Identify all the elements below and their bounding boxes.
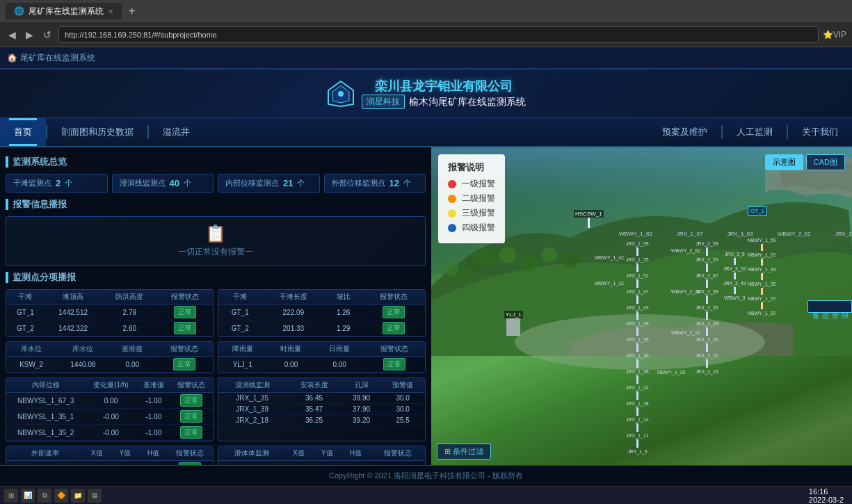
th-db2-col2: 干滩长度 (262, 290, 325, 304)
nav-item-home[interactable]: 首页 (0, 118, 46, 146)
tab-close-btn[interactable]: ✕ (108, 8, 113, 15)
svg-point-11 (458, 268, 474, 284)
legend-dot-1 (448, 180, 456, 188)
th-db2-col3: 坡比 (325, 290, 362, 304)
header-logo: 栾川县龙宇钼业有限公司 润星科技 榆木沟尾矿库在线监测系统 (362, 78, 526, 109)
taskbar-icon-4[interactable]: 📁 (71, 489, 85, 503)
new-tab-button[interactable]: + (124, 5, 139, 17)
section-bar-2 (6, 199, 8, 210)
legend-label-3: 三级报警 (462, 207, 495, 219)
status-badge: 正常 (383, 358, 405, 371)
table-row: NBWYSL_1_35_2 -0.00 -1.00 正常 (6, 425, 213, 441)
date-display: 2022-03-2 (809, 496, 844, 504)
sensor-wbwy1: WBWY_1_42 WBWY_1_22 (595, 255, 624, 286)
card-value-2: 40 (170, 178, 179, 188)
vip-badge: ⭐VIP (823, 30, 846, 40)
map-btn-group: 示意图 CAD图 (765, 154, 845, 170)
sensor-col-jrx1: JRX_1_59 JRX_1_55 JRX_1_52 JRX_1_47 JRX_… (626, 241, 649, 454)
svg-point-12 (445, 262, 459, 276)
alert-panel: 📋 一切正常没有报警一 (6, 216, 426, 266)
home-icon[interactable]: 🏠 (7, 53, 17, 63)
svg-point-9 (542, 247, 557, 263)
th-db1-col1: 干滩 (6, 290, 45, 304)
sensor-wbwy2: WBWY_2_62 WBWY_2_42 WBWY_2_22 (671, 248, 700, 335)
float-sale-btn[interactable]: 售后管理 (807, 300, 852, 313)
table-row: GT_1 222.09 1.26 正常 (218, 304, 425, 320)
legend-item-4: 四级报警 (448, 222, 495, 234)
forward-button[interactable]: ▶ (23, 28, 36, 42)
cad-btn[interactable]: CAD图 (806, 154, 845, 170)
monitor-overview-cards: 干滩监测点 2 个 浸润线监测点 40 个 内部位移监测点 21 个 外部位移监… (6, 174, 426, 193)
monitor-card-seepage: 浸润线监测点 40 个 (112, 174, 214, 193)
view-btn[interactable]: 示意图 (765, 154, 803, 170)
data-section-header: 监测点分项播报 (6, 271, 426, 284)
sensor-nbwy120: NBWY_1_20 (657, 370, 685, 375)
nav-item-plan[interactable]: 预案及维护 (648, 118, 721, 146)
status-badge: 正常 (383, 306, 405, 318)
left-panel: 监测系统总览 干滩监测点 2 个 浸润线监测点 40 个 内部位移监测点 21 … (0, 147, 431, 465)
svg-point-10 (561, 250, 579, 268)
tab-label: 尾矿库在线监测系统 (29, 6, 104, 17)
taskbar-icon-5[interactable]: 🖥 (88, 489, 102, 503)
active-tab[interactable]: 🌐 尾矿库在线监测系统 ✕ (6, 3, 122, 19)
db1-r2-c3: 2.60 (102, 320, 157, 336)
tab-bar: 🌐 尾矿库在线监测系统 ✕ + (0, 0, 852, 22)
nav-item-about[interactable]: 关于我们 (788, 118, 852, 146)
url-input[interactable] (58, 26, 819, 43)
data-row-3: 内部位移 变化量(1/h) 基准值 报警状态 NBWYSL_1_67_3 0.0… (6, 377, 426, 441)
nav-item-manual[interactable]: 人工监测 (723, 118, 787, 146)
status-badge: 正常 (174, 322, 196, 334)
db1-r2-status: 正常 (157, 320, 213, 336)
taskbar-icon-3[interactable]: 🔶 (54, 489, 68, 503)
legend-label-1: 一级报警 (462, 178, 495, 190)
table-row: KSW_2 1440.08 0.00 正常 (6, 357, 213, 373)
card-unit-2: 个 (184, 178, 191, 188)
sensor-col-jrx2: JRX_2_59 JRX_2_55 JRX_2_47 JRX_2_39 JRX_… (696, 241, 718, 374)
nav-item-profile[interactable]: 剖面图和历史数据 (47, 118, 147, 146)
dry-beach-table: 干滩 滩顶高 防洪高度 报警状态 GT_1 1442.512 2.79 (6, 289, 214, 337)
card-label-2: 浸润线监测点 (120, 178, 166, 188)
no-alert-text: 一切正常没有报警一 (178, 246, 253, 258)
svg-point-7 (466, 259, 480, 273)
map-background: 报警说明 一级报警 二级报警 三级报警 (431, 147, 852, 465)
section-bar-3 (6, 272, 8, 283)
card-unit-3: 个 (297, 178, 305, 188)
footer-bar: CopyRight © 2021 洛阳润星电子科技有限公司 - 版权所有 (0, 465, 852, 486)
external-table: 外部速率 X值 Y值 H值 报警状态 WBWYSL_1_42 0.00 (6, 446, 214, 465)
status-badge: 正常 (180, 394, 202, 407)
alert-title: 报警信息播报 (13, 198, 67, 211)
filter-bar-btn[interactable]: ⊞ 条件过滤 (437, 444, 491, 460)
taskbar-icon-2[interactable]: ⚙ (38, 489, 51, 503)
monitor-overview-header: 监测系统总览 (6, 156, 426, 168)
nav-item-overflow[interactable]: 溢流井 (149, 118, 204, 146)
db1-r2-c1: GT_2 (6, 320, 45, 336)
legend-title: 报警说明 (448, 161, 495, 174)
section-bar (6, 156, 8, 168)
db1-r1-status: 正常 (157, 304, 213, 320)
monitor-card-external: 外部位移监测点 12 个 (324, 174, 426, 193)
address-bar: ◀ ▶ ↺ ⭐VIP (0, 22, 852, 47)
status-badge: 正常 (173, 358, 195, 371)
copyright-text: CopyRight © 2021 洛阳润星电子科技有限公司 - 版权所有 (329, 471, 523, 481)
back-button[interactable]: ◀ (6, 28, 19, 42)
legend-item-3: 三级报警 (448, 207, 495, 219)
taskbar: ⊞ 📊 ⚙ 🔶 📁 🖥 16:16 2022-03-2 (0, 486, 852, 504)
refresh-button[interactable]: ↺ (40, 28, 54, 42)
infiltration-table: 浸润线监测 安装长度 孔深 预警值 JRX_1_35 36.45 39.90 (218, 377, 426, 441)
taskbar-icon-1[interactable]: 📊 (21, 489, 35, 503)
internal-table: 内部位移 变化量(1/h) 基准值 报警状态 NBWYSL_1_67_3 0.0… (6, 377, 214, 441)
card-label-1: 干滩监测点 (13, 178, 51, 188)
brand-label: 润星科技 (362, 95, 405, 109)
sensor-HSCSW1: HSCSW_1 (574, 210, 604, 228)
data-section-title: 监测点分项播报 (13, 271, 76, 284)
company-name: 栾川县龙宇钼业有限公司 (375, 78, 513, 95)
taskbar-start-btn[interactable]: ⊞ (4, 489, 18, 503)
right-panel: 报警说明 一级报警 二级报警 三级报警 (431, 147, 852, 465)
card-label-3: 内部位移监测点 (225, 178, 279, 188)
sensor-GT1: GT_1 (748, 206, 767, 216)
db1-r1-c2: 1442.512 (45, 304, 102, 320)
data-row-1: 干滩 滩顶高 防洪高度 报警状态 GT_1 1442.512 2.79 (6, 289, 426, 337)
legend-dot-4 (448, 224, 456, 232)
card-value-1: 2 (56, 178, 61, 188)
reservoir-table: 库水位 库水位 基准值 报警状态 KSW_2 1440.08 0.00 (6, 341, 214, 373)
